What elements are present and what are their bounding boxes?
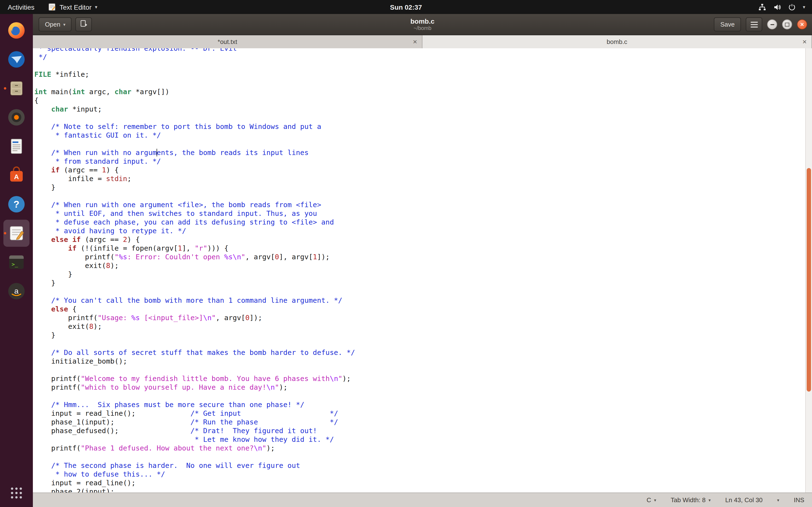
cursor-position-label: Ln 43, Col 30 (725, 496, 763, 504)
close-window-button[interactable]: × (797, 19, 807, 30)
dock-item-firefox[interactable] (3, 17, 30, 44)
code-line: printf("which to blow yourself up. Have … (34, 383, 804, 392)
code-line: /* Hmm... Six phases must be more secure… (34, 400, 804, 409)
running-indicator (4, 232, 6, 234)
statusbar-dropdown-caret[interactable]: ▾ (777, 498, 779, 502)
minimize-button[interactable] (767, 19, 777, 30)
code-line: * Let me know how they did it. */ (34, 435, 804, 444)
libreoffice-writer-icon (7, 137, 26, 156)
code-line: printf("%s: Error: Couldn't open %s\n", … (34, 252, 804, 261)
maximize-button[interactable] (782, 19, 792, 30)
code-line (34, 61, 804, 70)
gnome-top-bar: Activities Text Editor ▾ Sun 02:37 ▾ (0, 0, 812, 14)
code-line: * avoid having to retype it. */ (34, 226, 804, 235)
activities-label: Activities (8, 3, 34, 11)
dock-item-thunderbird[interactable] (3, 46, 30, 73)
dock-item-files[interactable] (3, 75, 30, 102)
tab-close-icon[interactable]: × (413, 38, 417, 45)
code-line: * spectacularly fiendish explosion. -- D… (34, 48, 804, 53)
power-icon (788, 3, 796, 11)
text-editor-area[interactable]: * spectacularly fiendish explosion. -- D… (33, 48, 812, 493)
hamburger-icon (750, 21, 758, 27)
code-line: phase_1(input); /* Run the phase */ (34, 418, 804, 427)
code-line: phase_defused(); /* Drat! They figured i… (34, 427, 804, 435)
save-button[interactable]: Save (714, 17, 741, 32)
chevron-down-icon: ▾ (654, 498, 656, 502)
open-button[interactable]: Open ▾ (39, 17, 72, 32)
show-applications-button[interactable] (3, 481, 30, 505)
rhythmbox-icon (7, 108, 26, 126)
close-icon: × (800, 21, 804, 27)
system-tray[interactable]: ▾ (752, 0, 812, 14)
firefox-icon (7, 21, 26, 40)
code-line: /* When run with one argument <file>, th… (34, 201, 804, 209)
dock-item-terminal[interactable]: >_ (3, 249, 30, 276)
code-line: input = read_line(); (34, 478, 804, 487)
terminal-icon: >_ (7, 253, 26, 271)
maximize-icon (785, 22, 789, 26)
svg-text:a: a (14, 287, 18, 295)
scrollbar-thumb[interactable] (807, 168, 811, 392)
dock-item-ubuntu-software[interactable]: A (3, 162, 30, 189)
code-line (34, 392, 804, 400)
ubuntu-software-icon: A (7, 166, 26, 184)
code-line: * from standard input. */ (34, 157, 804, 166)
clock-button[interactable]: Sun 02:37 (390, 3, 422, 11)
new-document-icon (80, 20, 88, 29)
menu-button[interactable] (746, 17, 762, 32)
code-line: input = read_line(); /* Get input */ (34, 409, 804, 418)
code-line: /* The second phase is harder. No one wi… (34, 461, 804, 470)
code-line: printf("Welcome to my fiendish little bo… (34, 374, 804, 383)
code-line: int main(int argc, char *argv[]) (34, 88, 804, 96)
app-menu-button[interactable]: Text Editor ▾ (42, 0, 103, 14)
code-line: if (argc == 1) { (34, 166, 804, 174)
status-bar: C ▾ Tab Width: 8 ▾ Ln 43, Col 30 ▾ INS (33, 493, 812, 507)
open-button-label: Open (45, 21, 60, 28)
gedit-header-bar: bomb.c ~/bomb Open ▾ Save × (33, 14, 812, 35)
dock-item-help[interactable]: ? (3, 191, 30, 218)
save-button-label: Save (720, 21, 735, 28)
code-line: printf("Phase 1 defused. How about the n… (34, 444, 804, 452)
chevron-down-icon: ▾ (63, 22, 65, 27)
tab-close-icon[interactable]: × (802, 38, 807, 45)
code-line: * until EOF, and then switches to standa… (34, 209, 804, 218)
chevron-down-icon: ▾ (95, 4, 97, 10)
code-line: exit(8); (34, 261, 804, 270)
dock-item-libreoffice-writer[interactable] (3, 133, 30, 160)
code-lines: * spectacularly fiendish explosion. -- D… (34, 48, 804, 493)
code-line: * fantastic GUI on it. */ (34, 131, 804, 139)
svg-text:>_: >_ (12, 261, 18, 267)
app-menu-label: Text Editor (59, 3, 91, 11)
code-line: else { (34, 305, 804, 314)
vertical-scrollbar[interactable] (805, 48, 812, 493)
code-line: printf("Usage: %s [<input_file>]\n", arg… (34, 314, 804, 322)
code-line (34, 192, 804, 201)
tab-out-txt[interactable]: *out.txt × (33, 35, 422, 48)
dock-item-text-editor[interactable] (3, 220, 30, 247)
language-selector[interactable]: C ▾ (647, 496, 656, 504)
tab-label: *out.txt (218, 38, 237, 45)
dock-item-amazon[interactable]: a (3, 278, 30, 305)
code-line (34, 452, 804, 461)
code-line (34, 287, 804, 296)
insert-mode-label: INS (794, 496, 804, 504)
window-title: bomb.c ~/bomb (33, 18, 812, 31)
code-line: { (34, 96, 804, 105)
dock-item-rhythmbox[interactable] (3, 104, 30, 131)
code-line: exit(8); (34, 322, 804, 331)
activities-button[interactable]: Activities (0, 0, 42, 14)
network-icon (758, 3, 766, 11)
svg-text:?: ? (13, 199, 19, 210)
new-document-button[interactable] (75, 17, 92, 32)
thunderbird-icon (7, 50, 26, 68)
chevron-down-icon: ▾ (803, 4, 805, 10)
tab-width-selector[interactable]: Tab Width: 8 ▾ (671, 496, 711, 504)
code-line: } (34, 270, 804, 279)
show-applications-icon (10, 487, 23, 499)
help-icon: ? (7, 195, 26, 213)
code-line: if (!(infile = fopen(argv[1], "r"))) { (34, 244, 804, 252)
tab-bomb-c[interactable]: bomb.c × (422, 35, 812, 48)
language-label: C (647, 496, 651, 504)
files-icon (7, 79, 26, 98)
code-line (34, 139, 804, 148)
